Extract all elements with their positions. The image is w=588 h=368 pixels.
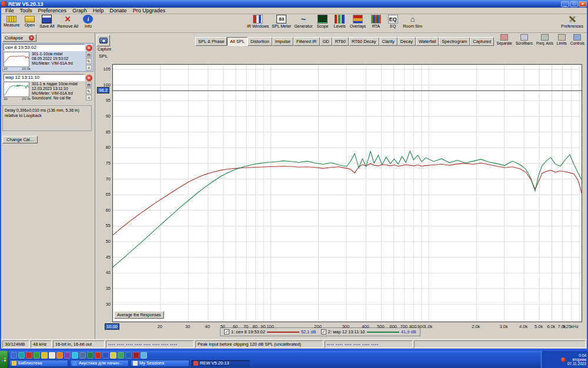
preferences-button[interactable]: Preferences bbox=[561, 15, 583, 28]
tab-clarity[interactable]: Clarity bbox=[379, 37, 397, 46]
menu-pro-upgrades[interactable]: Pro Upgrades bbox=[130, 8, 169, 14]
y-axis-tick: 60 bbox=[96, 208, 111, 213]
generator-button[interactable]: ~Generator bbox=[294, 15, 313, 28]
spl-meter-button[interactable]: 83SPL Meter bbox=[272, 15, 291, 28]
quick-launch-icon-7[interactable] bbox=[56, 352, 63, 359]
quick-launch-icon-3[interactable] bbox=[26, 352, 32, 359]
quick-launch-icon-4[interactable] bbox=[34, 352, 40, 359]
rta-button[interactable]: RTA bbox=[369, 15, 383, 28]
separate-button[interactable]: Separate bbox=[497, 34, 512, 45]
edit-icon[interactable]: ✎ bbox=[86, 88, 92, 94]
quick-launch-icon-11[interactable] bbox=[87, 352, 93, 359]
tab-distortion[interactable]: Distortion bbox=[248, 37, 272, 46]
taskbar-button-my-sessions[interactable]: My Sessions bbox=[131, 360, 189, 367]
quick-launch-icon-15[interactable] bbox=[118, 352, 124, 359]
tab-impulse[interactable]: Impulse bbox=[272, 37, 293, 46]
generator-icon: ~ bbox=[298, 15, 308, 24]
close-button[interactable]: ✕ bbox=[579, 1, 587, 7]
tab-gd[interactable]: GD bbox=[320, 37, 332, 46]
tab-captured[interactable]: Captured bbox=[470, 37, 494, 46]
graph-icon[interactable]: ▤ bbox=[86, 82, 92, 88]
quick-launch-icon-6[interactable] bbox=[49, 352, 55, 359]
cursor-db-readout[interactable]: 98.2 bbox=[97, 87, 109, 93]
room-sim-button[interactable]: ⌂Room Sim bbox=[403, 15, 422, 28]
legend-checkbox[interactable]: ✓ bbox=[321, 329, 326, 334]
open-button[interactable]: Open bbox=[22, 15, 36, 28]
menu-preferences[interactable]: Preferences bbox=[35, 8, 70, 14]
quick-launch-icon-17[interactable] bbox=[133, 352, 139, 359]
menu-tools[interactable]: Tools bbox=[17, 8, 35, 14]
measurement-item-2[interactable]: мар 12 13:11:10✕2020.0k301-1 в ладке 10с… bbox=[2, 73, 93, 102]
output-level-dots: •••• •••• •••• •••• •••• •••• bbox=[325, 340, 413, 348]
measurement-item-1[interactable]: сен 8 19:53:02✕2020.0k301-1-10см.mdat08.… bbox=[2, 43, 93, 72]
measurement-name-field[interactable]: мар 12 13:11:10 bbox=[4, 74, 85, 81]
rew-tray-icon[interactable] bbox=[561, 357, 566, 362]
notes-icon[interactable]: ≡ bbox=[86, 95, 92, 101]
quick-launch-icon-1[interactable] bbox=[11, 352, 17, 359]
tab-spectrogram[interactable]: Spectrogram bbox=[439, 37, 470, 46]
open-icon bbox=[25, 16, 35, 22]
eq-button[interactable]: EQEQ bbox=[386, 15, 400, 28]
quick-launch-icon-8[interactable] bbox=[64, 352, 71, 359]
y-axis-tick: 80 bbox=[96, 145, 111, 150]
scope-button[interactable]: Scope bbox=[316, 15, 330, 28]
change-cal-button[interactable]: Change Cal... bbox=[2, 136, 38, 143]
quick-launch-icon-5[interactable] bbox=[41, 352, 48, 359]
info-icon: i bbox=[83, 15, 93, 24]
overlays-button[interactable]: Overlays bbox=[350, 15, 366, 28]
graph-icon[interactable]: ▤ bbox=[86, 52, 92, 58]
taskbar-button-библиотека[interactable]: Библиотека bbox=[9, 360, 68, 367]
levels-button[interactable]: Levels bbox=[333, 15, 347, 28]
edit-icon[interactable]: ✎ bbox=[86, 58, 92, 64]
tab-rt60-decay[interactable]: RT60 Decay bbox=[349, 37, 379, 46]
maximize-button[interactable]: □ bbox=[570, 1, 578, 7]
tab-waterfall[interactable]: Waterfall bbox=[416, 37, 439, 46]
tab-decay[interactable]: Decay bbox=[397, 37, 416, 46]
quick-launch-icon-13[interactable] bbox=[102, 352, 109, 359]
taskbar-button-rew-v5-20-13[interactable]: REW V5.20.13 bbox=[191, 360, 250, 367]
quick-launch-icon-2[interactable] bbox=[18, 352, 25, 359]
quick-launch-icon-16[interactable] bbox=[125, 352, 132, 359]
start-button[interactable] bbox=[0, 351, 8, 368]
taskbar-button-акустика-для-начин[interactable]: Акустика для начин... bbox=[70, 360, 129, 367]
minimize-button[interactable]: _ bbox=[561, 1, 569, 7]
limits-button[interactable]: Limits bbox=[557, 34, 567, 45]
quick-launch-icon-10[interactable] bbox=[79, 352, 86, 359]
measure-button[interactable]: Measure bbox=[4, 15, 19, 28]
tab-filtered-ir[interactable]: Filtered IR bbox=[293, 37, 320, 46]
tab-all-spl[interactable]: All SPL bbox=[227, 37, 248, 46]
app-icon bbox=[1, 1, 6, 6]
notes-icon[interactable]: ≡ bbox=[86, 65, 92, 71]
quick-launch-icon-18[interactable] bbox=[141, 352, 147, 359]
collapse-button[interactable]: Collapse ✕ bbox=[2, 34, 36, 42]
quick-launch-icon-9[interactable] bbox=[72, 352, 78, 359]
measurement-name-field[interactable]: сен 8 19:53:02 bbox=[4, 44, 85, 51]
cursor-freq-readout[interactable]: 10.00 bbox=[105, 323, 119, 330]
average-responses-button[interactable]: Average the Responses bbox=[114, 311, 164, 319]
controls-button[interactable]: Controls bbox=[570, 34, 584, 45]
scrollbars-button[interactable]: Scrollbars bbox=[516, 34, 533, 45]
menu-donate[interactable]: Donate bbox=[107, 8, 130, 14]
legend-checkbox[interactable]: ✓ bbox=[224, 329, 229, 334]
freq-axis-button[interactable]: Freq. Axis bbox=[536, 34, 553, 45]
info-button[interactable]: iInfo bbox=[81, 15, 95, 28]
rta-icon bbox=[371, 15, 381, 24]
menu-help[interactable]: Help bbox=[90, 8, 107, 14]
title-bar[interactable]: REW V5.20.13 _ □ ✕ bbox=[0, 0, 588, 8]
remove-all-button[interactable]: ✕Remove All bbox=[58, 15, 78, 28]
task-buttons: БиблиотекаАкустика для начин...My Sessio… bbox=[9, 360, 250, 367]
menu-graph[interactable]: Graph bbox=[69, 8, 90, 14]
capture-button[interactable] bbox=[96, 35, 110, 46]
freq-axis-icon bbox=[541, 34, 549, 41]
ir-windows-button[interactable]: IR Windows bbox=[247, 15, 269, 28]
tab-spl-phase[interactable]: SPL & Phase bbox=[195, 37, 227, 46]
status-bar: 30/124MB 48 kHz 16-bit in, 16-bit out ••… bbox=[1, 339, 587, 349]
tab-rt60[interactable]: RT60 bbox=[332, 37, 349, 46]
save-all-button[interactable]: Save All bbox=[39, 15, 54, 28]
delete-measurement-icon[interactable]: ✕ bbox=[86, 75, 92, 81]
delete-measurement-icon[interactable]: ✕ bbox=[86, 45, 92, 51]
quick-launch-icon-14[interactable] bbox=[110, 352, 116, 359]
menu-file[interactable]: File bbox=[2, 8, 17, 14]
quick-launch-icon-12[interactable] bbox=[95, 352, 101, 359]
spl-plot[interactable] bbox=[112, 64, 582, 322]
